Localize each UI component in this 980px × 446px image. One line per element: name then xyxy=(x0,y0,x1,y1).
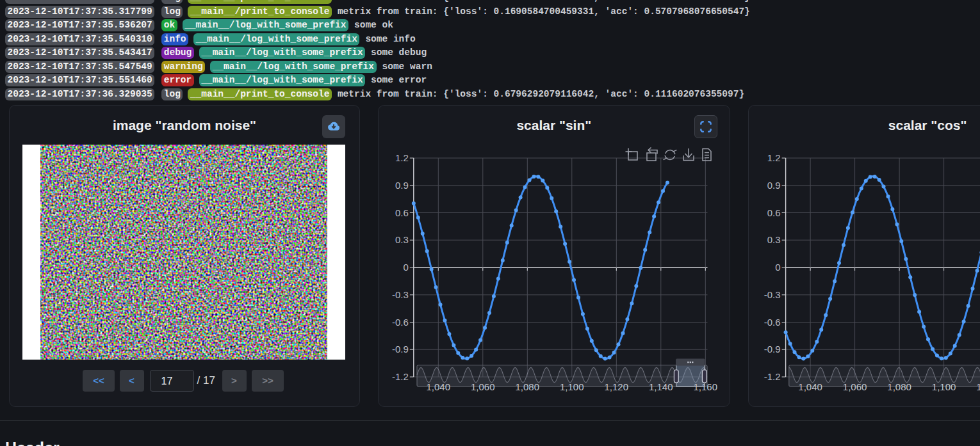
svg-text:1,100: 1,100 xyxy=(560,381,584,392)
svg-text:-1.2: -1.2 xyxy=(392,371,409,382)
svg-text:0.3: 0.3 xyxy=(767,234,781,245)
svg-text:0.9: 0.9 xyxy=(395,180,409,191)
svg-text:-0.6: -0.6 xyxy=(392,317,409,328)
svg-text:-0.9: -0.9 xyxy=(392,344,409,354)
svg-text:-0.3: -0.3 xyxy=(764,289,781,300)
svg-text:1,060: 1,060 xyxy=(471,381,495,392)
svg-text:0: 0 xyxy=(403,262,408,273)
svg-text:1,080: 1,080 xyxy=(516,381,540,392)
svg-text:0.6: 0.6 xyxy=(767,207,781,218)
svg-text:1.2: 1.2 xyxy=(395,152,409,163)
svg-text:1,040: 1,040 xyxy=(798,381,822,392)
svg-text:1,160: 1,160 xyxy=(694,381,718,392)
svg-text:0: 0 xyxy=(775,262,780,273)
svg-text:1.2: 1.2 xyxy=(767,152,781,163)
svg-text:0.6: 0.6 xyxy=(395,207,409,218)
svg-text:1,140: 1,140 xyxy=(649,381,673,392)
svg-text:-0.9: -0.9 xyxy=(764,344,781,354)
svg-text:-0.3: -0.3 xyxy=(392,289,409,300)
svg-text:1,100: 1,100 xyxy=(932,381,956,392)
svg-text:0.9: 0.9 xyxy=(767,180,781,191)
svg-text:1,040: 1,040 xyxy=(427,381,451,392)
svg-text:1,080: 1,080 xyxy=(887,381,911,392)
svg-text:-0.6: -0.6 xyxy=(764,317,781,328)
svg-text:-1.2: -1.2 xyxy=(764,371,781,382)
svg-text:0.3: 0.3 xyxy=(395,234,409,245)
svg-text:1,120: 1,120 xyxy=(605,381,629,392)
svg-text:1,060: 1,060 xyxy=(843,381,867,392)
svg-text:1,120: 1,120 xyxy=(976,381,980,392)
